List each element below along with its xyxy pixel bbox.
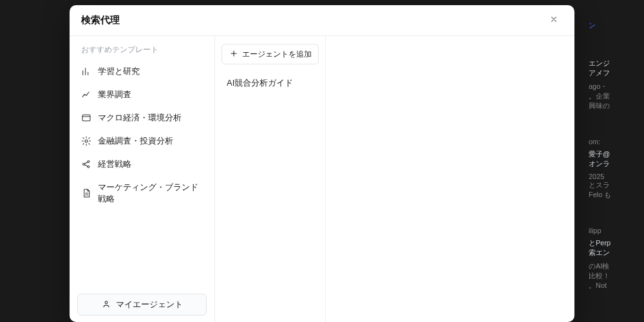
search-agent-modal: 検索代理 おすすめテンプレート 学習と研究 (70, 5, 574, 322)
template-list: 学習と研究 業界調査 マクロ経済・環境分析 (75, 60, 209, 211)
svg-point-1 (85, 140, 88, 142)
bg-text: Felo も (589, 190, 640, 200)
bg-text: 愛子@ (589, 149, 640, 159)
share-icon (81, 159, 91, 169)
svg-rect-0 (82, 115, 90, 120)
template-item-macro[interactable]: マクロ経済・環境分析 (75, 106, 209, 129)
line-chart-icon (81, 90, 91, 100)
bg-text: 索エン (589, 248, 640, 258)
modal-header: 検索代理 (70, 5, 574, 36)
bg-text: オンラ (589, 159, 640, 169)
add-agent-label: エージェントを追加 (242, 49, 312, 60)
template-label: 業界調査 (98, 89, 131, 100)
bg-text: om: (589, 138, 600, 146)
bg-text: とスラ (589, 180, 640, 190)
template-item-marketing[interactable]: マーケティング・ブランド戦略 (75, 176, 209, 211)
modal-body: おすすめテンプレート 学習と研究 業界調査 (70, 36, 574, 322)
modal-title: 検索代理 (81, 14, 120, 26)
bg-text: 興味の (589, 102, 610, 109)
bg-text: 。Not (589, 281, 640, 290)
bg-card-2: om: 愛子@ オンラ 2025 とスラ Felo も (589, 138, 640, 200)
sidebar-section-label: おすすめテンプレート (75, 45, 209, 60)
template-label: 学習と研究 (98, 66, 140, 77)
bg-text: アメフ (589, 68, 640, 78)
template-label: マーケティング・ブランド戦略 (98, 182, 203, 205)
bg-text: ilipp (589, 227, 601, 234)
my-agents-button[interactable]: マイエージェント (77, 294, 207, 316)
user-icon (102, 299, 111, 310)
detail-column (326, 36, 574, 322)
bar-chart-icon (81, 66, 91, 77)
template-label: 経営戦略 (98, 158, 131, 170)
template-sidebar: おすすめテンプレート 学習と研究 業界調査 (70, 36, 215, 322)
template-item-learning[interactable]: 学習と研究 (75, 60, 209, 83)
close-button[interactable] (545, 12, 563, 30)
gear-icon (81, 136, 91, 146)
plus-icon (229, 49, 238, 60)
my-agents-label: マイエージェント (116, 299, 183, 310)
bg-card-1: ン エンジ アメフ ago・ 。企業 興味の (589, 21, 640, 111)
agent-label: AI競合分析ガイド (227, 78, 293, 88)
background-preview-strip: ン エンジ アメフ ago・ 。企業 興味の om: 愛子@ オンラ 2025 … (580, 0, 644, 322)
bg-text: のAI検 (589, 261, 640, 271)
add-agent-button[interactable]: エージェントを追加 (222, 44, 319, 64)
bg-text: 。企業 (589, 92, 610, 100)
bg-text: ago・ (589, 82, 607, 90)
bg-text: とPerp (589, 238, 640, 248)
agent-list: AI競合分析ガイド (222, 73, 319, 93)
template-item-industry[interactable]: 業界調査 (75, 83, 209, 106)
template-item-strategy[interactable]: 経営戦略 (75, 153, 209, 176)
svg-point-5 (105, 301, 108, 303)
agent-item[interactable]: AI競合分析ガイド (222, 73, 319, 93)
bg-text: 比較！ (589, 271, 640, 281)
browser-icon (81, 113, 91, 123)
bg-text: エンジ (589, 59, 640, 68)
agent-column: エージェントを追加 AI競合分析ガイド (215, 36, 326, 322)
close-icon (549, 15, 558, 26)
bg-text: 2025 (589, 173, 640, 180)
template-label: 金融調査・投資分析 (98, 135, 173, 147)
template-item-finance[interactable]: 金融調査・投資分析 (75, 129, 209, 153)
bg-card-3: ilipp とPerp 索エン のAI検 比較！ 。Not (589, 227, 640, 290)
bg-text: ン (589, 21, 596, 29)
document-icon (81, 188, 91, 198)
template-label: マクロ経済・環境分析 (98, 112, 182, 124)
